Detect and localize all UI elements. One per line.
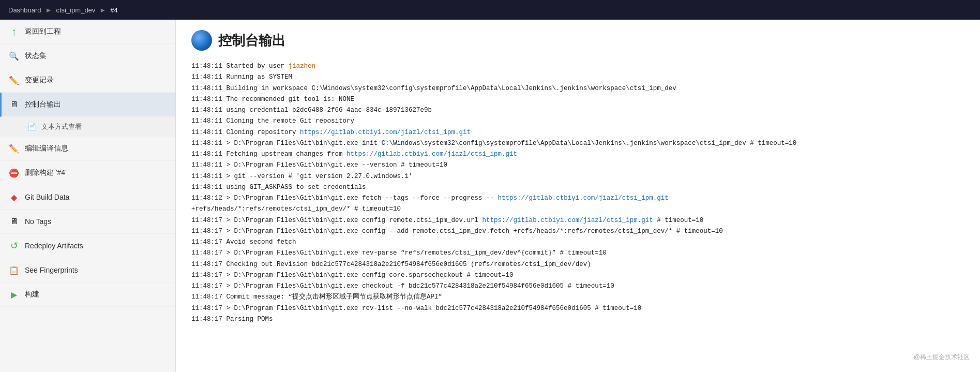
timestamp: 11:48:11 bbox=[191, 151, 222, 158]
topbar: Dashboard ► ctsi_ipm_dev ► #4 bbox=[0, 0, 980, 20]
timestamp: 11:48:17 bbox=[191, 293, 222, 301]
sidebar-label-redeploy: Redeploy Artifacts bbox=[25, 242, 83, 250]
console-line-12: 11:48:12 > D:\Program Files\Git\bin\git.… bbox=[191, 193, 964, 204]
timestamp: 11:48:17 bbox=[191, 239, 222, 246]
console-line-5: 11:48:11 Cloning the remote Git reposito… bbox=[191, 116, 964, 127]
git-icon: ◆ bbox=[8, 191, 20, 203]
url-link[interactable]: https://gitlab.ctbiyi.com/jiazl/ctsi_ipm… bbox=[498, 195, 669, 202]
page-title: 控制台输出 bbox=[218, 32, 285, 50]
console-text: > D:\Program Files\Git\bin\git.exe --ver… bbox=[222, 161, 447, 169]
url-link[interactable]: https://gitlab.ctbiyi.com/jiazl/ctsi_ipm… bbox=[300, 129, 471, 136]
timestamp: 11:48:11 bbox=[191, 173, 222, 180]
console-text: Parsing POMs bbox=[222, 316, 273, 323]
doc-icon: 📄 bbox=[27, 122, 36, 131]
timestamp: 11:48:11 bbox=[191, 73, 222, 81]
console-line-0: 11:48:11 Started by user jiazhen bbox=[191, 61, 964, 72]
timestamp: 11:48:17 bbox=[191, 217, 222, 224]
console-line-8: 11:48:11 Fetching upstream changes from … bbox=[191, 149, 964, 160]
timestamp: 11:48:17 bbox=[191, 249, 222, 257]
console-text: > D:\Program Files\Git\bin\git.exe fetch… bbox=[222, 195, 498, 202]
timestamp: 11:48:11 bbox=[191, 117, 222, 125]
sidebar-label-delete: 删除构建 '#4' bbox=[25, 168, 67, 177]
console-line-23: 11:48:17 Parsing POMs bbox=[191, 314, 964, 325]
sidebar-item-status[interactable]: 🔍 状态集 bbox=[0, 44, 175, 68]
console-text: > D:\Program Files\Git\bin\git.exe confi… bbox=[222, 272, 514, 279]
console-line-14: 11:48:17 > D:\Program Files\Git\bin\git.… bbox=[191, 215, 964, 226]
timestamp: 11:48:11 bbox=[191, 85, 222, 92]
sidebar-item-changes[interactable]: ✏️ 变更记录 bbox=[0, 68, 175, 93]
console-text: using credential b2dc6488-2f66-4aac-834c… bbox=[222, 107, 432, 114]
page-header: 控制台输出 bbox=[191, 30, 964, 51]
timestamp: 11:48:11 bbox=[191, 140, 222, 147]
console-after: # timeout=10 bbox=[653, 217, 704, 224]
console-output-container: 11:48:11 Started by user jiazhen11:48:11… bbox=[191, 61, 964, 325]
breadcrumb-sep-1: ► bbox=[46, 6, 52, 14]
timestamp: 11:48:17 bbox=[191, 282, 222, 290]
timestamp: 11:48:17 bbox=[191, 228, 222, 235]
breadcrumb-project[interactable]: ctsi_ipm_dev bbox=[56, 6, 95, 14]
timestamp: 11:48:11 bbox=[191, 96, 222, 103]
console-line-20: 11:48:17 > D:\Program Files\Git\bin\git.… bbox=[191, 281, 964, 292]
search-icon: 🔍 bbox=[8, 50, 20, 62]
user-link[interactable]: jiazhen bbox=[289, 63, 316, 70]
timestamp: 11:48:17 bbox=[191, 272, 222, 279]
console-line-9: 11:48:11 > D:\Program Files\Git\bin\git.… bbox=[191, 160, 964, 171]
sidebar-item-no-tags[interactable]: 🖥 No Tags bbox=[0, 210, 175, 234]
sidebar-label-build: 构建 bbox=[25, 290, 39, 299]
console-line-10: 11:48:11 > git --version # 'git version … bbox=[191, 171, 964, 182]
sidebar-item-git-build-data[interactable]: ◆ Git Build Data bbox=[0, 185, 175, 210]
console-line-18: 11:48:17 Checking out Revision bdc21c577… bbox=[191, 259, 964, 270]
console-text: The recommended git tool is: NONE bbox=[222, 96, 354, 103]
timestamp: 11:48:17 bbox=[191, 261, 222, 268]
sidebar-item-fingerprints[interactable]: 📋 See Fingerprints bbox=[0, 258, 175, 282]
console-text: > D:\Program Files\Git\bin\git.exe check… bbox=[222, 282, 614, 290]
sidebar-label-changes: 变更记录 bbox=[25, 76, 54, 85]
timestamp: 11:48:12 bbox=[191, 195, 222, 202]
console-text: > git --version # 'git version 2.27.0.wi… bbox=[222, 173, 413, 180]
sidebar-item-text-view[interactable]: 📄 文本方式查看 bbox=[0, 117, 175, 137]
sidebar-label-text-view: 文本方式查看 bbox=[41, 122, 82, 131]
sidebar-label-edit-build: 编辑编译信息 bbox=[25, 144, 68, 153]
pencil-icon: ✏️ bbox=[8, 143, 20, 154]
sidebar-label-status: 状态集 bbox=[25, 51, 47, 61]
sidebar-label-git: Git Build Data bbox=[25, 193, 69, 201]
sidebar-item-delete-build[interactable]: ⛔ 删除构建 '#4' bbox=[0, 161, 175, 185]
sidebar: ↑ 返回到工程 🔍 状态集 ✏️ 变更记录 🖥 控制台输出 📄 文本方式查看 ✏… bbox=[0, 20, 176, 372]
edit-icon: ✏️ bbox=[8, 75, 20, 86]
console-line-16: 11:48:17 Avoid second fetch bbox=[191, 237, 964, 248]
sidebar-label-fingerprints: See Fingerprints bbox=[25, 266, 78, 274]
play-icon: ▶ bbox=[8, 289, 20, 300]
console-text: Avoid second fetch bbox=[222, 239, 296, 246]
sidebar-label-back: 返回到工程 bbox=[25, 27, 61, 36]
console-line-11: 11:48:11 using GIT_ASKPASS to set creden… bbox=[191, 182, 964, 193]
redeploy-icon: ↺ bbox=[8, 240, 20, 251]
console-line-22: 11:48:17 > D:\Program Files\Git\bin\git.… bbox=[191, 303, 964, 314]
url-link[interactable]: https://gitlab.ctbiyi.com/jiazl/ctsi_ipm… bbox=[483, 217, 653, 224]
console-text: Cloning the remote Git repository bbox=[222, 117, 354, 125]
sidebar-item-back-to-project[interactable]: ↑ 返回到工程 bbox=[0, 20, 175, 44]
sidebar-label-notags: No Tags bbox=[25, 217, 51, 226]
console-line-19: 11:48:17 > D:\Program Files\Git\bin\git.… bbox=[191, 270, 964, 281]
sidebar-item-edit-build[interactable]: ✏️ 编辑编译信息 bbox=[0, 137, 175, 161]
sidebar-label-console: 控制台输出 bbox=[25, 100, 61, 109]
console-text: > D:\Program Files\Git\bin\git.exe rev-p… bbox=[222, 249, 607, 257]
sidebar-item-redeploy-artifacts[interactable]: ↺ Redeploy Artifacts bbox=[0, 234, 175, 258]
fingerprint-icon: 📋 bbox=[8, 264, 20, 276]
breadcrumb-dashboard[interactable]: Dashboard bbox=[8, 6, 41, 14]
console-line-6: 11:48:11 Cloning repository https://gitl… bbox=[191, 127, 964, 138]
globe-icon bbox=[191, 30, 212, 51]
url-link[interactable]: https://gitlab.ctbiyi.com/jiazl/ctsi_ipm… bbox=[346, 151, 517, 158]
timestamp: 11:48:11 bbox=[191, 161, 222, 169]
console-text: > D:\Program Files\Git\bin\git.exe confi… bbox=[222, 228, 723, 235]
sidebar-item-console-output[interactable]: 🖥 控制台输出 bbox=[0, 93, 175, 117]
console-icon: 🖥 bbox=[8, 99, 20, 110]
timestamp: 11:48:11 bbox=[191, 184, 222, 191]
console-line-4: 11:48:11 using credential b2dc6488-2f66-… bbox=[191, 105, 964, 116]
sidebar-item-build[interactable]: ▶ 构建 bbox=[0, 282, 175, 307]
console-line-21: 11:48:17 Commit message: “提交点击树形区域子网节点获取… bbox=[191, 292, 964, 303]
console-text: Checking out Revision bdc21c577c4284318a… bbox=[222, 261, 591, 268]
back-icon: ↑ bbox=[8, 26, 20, 37]
console-text: Started by user bbox=[222, 63, 289, 70]
console-text: > D:\Program Files\Git\bin\git.exe init … bbox=[222, 140, 796, 147]
timestamp: 11:48:17 bbox=[191, 305, 222, 312]
